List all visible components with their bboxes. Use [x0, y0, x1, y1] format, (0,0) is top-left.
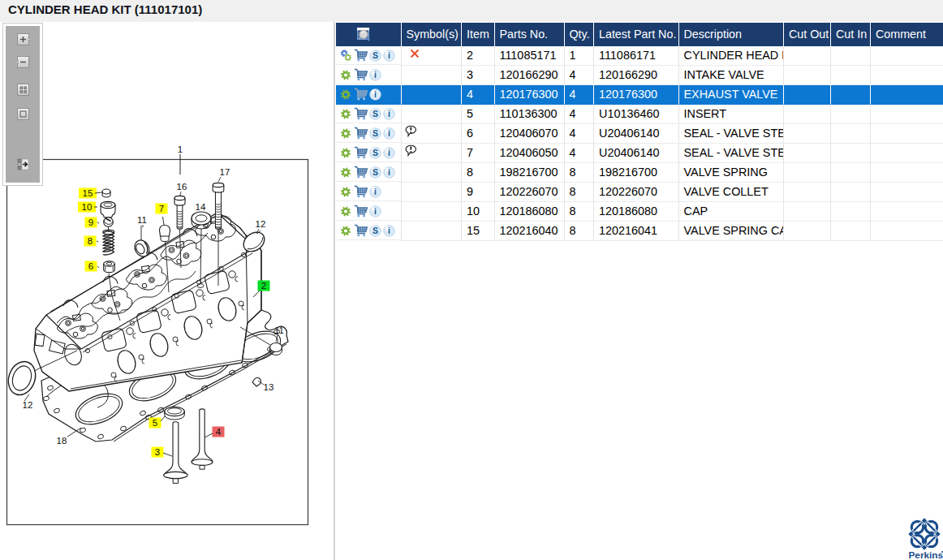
svg-text:9: 9: [88, 218, 93, 227]
svg-text:Perkins: Perkins: [909, 549, 943, 560]
svg-text:S: S: [372, 109, 377, 118]
svg-text:i: i: [388, 128, 390, 138]
svg-text:i: i: [374, 187, 377, 196]
svg-text:2: 2: [261, 281, 266, 291]
svg-text:S: S: [372, 128, 377, 138]
svg-text:11: 11: [274, 325, 284, 335]
svg-text:i: i: [388, 109, 390, 118]
svg-text:i: i: [388, 148, 390, 157]
svg-text:i: i: [388, 226, 390, 235]
svg-text:S: S: [372, 167, 377, 177]
svg-text:8: 8: [88, 236, 93, 246]
svg-text:6: 6: [88, 261, 93, 271]
svg-text:S: S: [372, 148, 377, 157]
svg-text:i: i: [374, 70, 377, 80]
svg-text:S: S: [372, 50, 377, 60]
svg-text:i: i: [388, 50, 390, 60]
svg-text:14: 14: [196, 202, 206, 212]
svg-text:13: 13: [264, 382, 274, 392]
svg-text:i: i: [388, 167, 390, 177]
svg-text:3: 3: [155, 447, 160, 457]
svg-text:10: 10: [82, 202, 93, 212]
svg-text:17: 17: [220, 167, 230, 177]
svg-text:i: i: [374, 206, 377, 216]
svg-text:12: 12: [256, 219, 266, 229]
svg-text:18: 18: [57, 436, 67, 446]
svg-text:S: S: [372, 226, 377, 235]
svg-text:5: 5: [153, 418, 157, 428]
svg-text:7: 7: [159, 204, 164, 213]
svg-text:4: 4: [216, 427, 222, 437]
svg-text:16: 16: [177, 182, 187, 192]
svg-text:i: i: [374, 89, 377, 99]
svg-text:12: 12: [23, 400, 33, 410]
svg-text:11: 11: [137, 215, 147, 225]
svg-text:1: 1: [178, 144, 183, 154]
svg-text:15: 15: [83, 188, 93, 198]
